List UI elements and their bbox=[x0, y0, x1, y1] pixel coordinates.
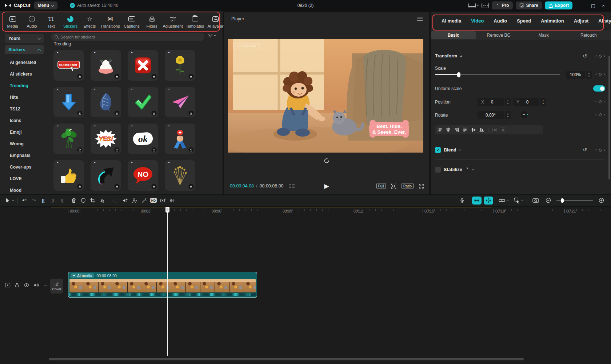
download-icon[interactable] bbox=[151, 74, 157, 79]
search-input[interactable] bbox=[60, 35, 201, 39]
auto-snap-toggle[interactable] bbox=[484, 197, 493, 205]
sidebar-item-0[interactable]: AI generated bbox=[0, 57, 48, 68]
download-icon[interactable] bbox=[188, 184, 194, 189]
mirror-button[interactable] bbox=[97, 196, 107, 205]
rotate-value-field[interactable]: 0.00° bbox=[478, 111, 504, 119]
rotate-keyframe-control[interactable]: ‹◇› bbox=[595, 112, 605, 117]
align-center-vertical-icon[interactable] bbox=[471, 127, 476, 133]
align-center-horizontal-icon[interactable] bbox=[446, 127, 451, 133]
tab-media[interactable]: ▶Media bbox=[4, 12, 21, 28]
delete-left-button[interactable]: ]I bbox=[48, 196, 57, 205]
sticker-thumbs-up[interactable] bbox=[53, 160, 84, 191]
sidebar-item-1[interactable]: AI stickers bbox=[0, 68, 48, 80]
preview-zoom-button[interactable] bbox=[531, 196, 540, 205]
redo-button[interactable]: ↷ bbox=[29, 196, 39, 205]
eye-icon[interactable] bbox=[24, 283, 29, 287]
sticker-green-plant[interactable] bbox=[53, 124, 84, 154]
sticker-search[interactable] bbox=[51, 33, 204, 41]
timeline-area[interactable]: 00:00 00:03 00:06 00:09 00:12 00:15 00:1… bbox=[0, 207, 611, 364]
sticker-red-x-button[interactable] bbox=[128, 50, 158, 81]
zoom-in-button[interactable] bbox=[596, 196, 606, 205]
magic-tools-button[interactable] bbox=[139, 196, 149, 205]
tab-audio[interactable]: ♪Audio bbox=[23, 12, 41, 28]
tab-ai-media[interactable]: AI media bbox=[442, 18, 461, 24]
scale-keyframe-control[interactable]: ‹◇› bbox=[595, 72, 605, 77]
tab-transitions[interactable]: ⋈Transitions bbox=[100, 12, 120, 28]
align-left-icon[interactable] bbox=[437, 127, 443, 133]
video-clip[interactable]: AI media 00:00:08:00 bbox=[68, 272, 257, 298]
tab-audio[interactable]: Audio bbox=[494, 18, 507, 24]
tab-adjustment[interactable]: Adjustment bbox=[162, 12, 183, 28]
download-icon[interactable] bbox=[114, 110, 120, 116]
reset-transform-icon[interactable]: ↺ bbox=[583, 53, 587, 59]
sidebar-item-2[interactable]: Trending bbox=[0, 80, 48, 92]
sticker-green-checkmark[interactable] bbox=[128, 87, 158, 117]
timeline-ruler[interactable]: 00:00 00:03 00:06 00:09 00:12 00:15 00:1… bbox=[68, 208, 611, 214]
share-button[interactable]: Share bbox=[516, 1, 542, 9]
download-icon[interactable] bbox=[77, 184, 83, 189]
subtab-mask[interactable]: Mask bbox=[521, 31, 566, 40]
position-x-stepper[interactable]: ▲▼ bbox=[505, 98, 511, 106]
zoom-out-button[interactable] bbox=[543, 196, 553, 205]
lock-icon[interactable] bbox=[15, 283, 20, 288]
tab-effects[interactable]: ☆Effects bbox=[81, 12, 99, 28]
sidebar-item-7[interactable]: Wrong bbox=[0, 138, 48, 150]
position-x-field[interactable]: X0 bbox=[478, 98, 504, 106]
reset-blend-icon[interactable]: ↺ bbox=[583, 147, 587, 153]
sticker-ok-script[interactable]: ok bbox=[128, 124, 158, 154]
timeline-scrollbar[interactable] bbox=[49, 358, 524, 360]
crop-button[interactable] bbox=[88, 196, 97, 205]
sticker-blue-leaf[interactable] bbox=[91, 87, 121, 117]
transform-section-header[interactable]: Transform bbox=[435, 53, 463, 58]
tab-stickers[interactable]: Stickers bbox=[61, 12, 79, 28]
align-top-icon[interactable] bbox=[462, 127, 468, 133]
subtab-remove-bg[interactable]: Remove BG bbox=[476, 31, 522, 40]
sticker-blue-down-arrow[interactable] bbox=[53, 87, 84, 117]
uniform-scale-toggle[interactable] bbox=[593, 85, 605, 92]
stabilize-checkbox[interactable] bbox=[435, 167, 441, 173]
menu-button[interactable]: Menu bbox=[34, 1, 57, 9]
tab-adjust[interactable]: Adjust bbox=[574, 18, 588, 24]
play-button[interactable]: ▶ bbox=[324, 182, 329, 190]
tab-templates[interactable]: Templates bbox=[185, 12, 205, 28]
select-tool-button[interactable] bbox=[3, 196, 12, 205]
sticker-dried-flowers[interactable] bbox=[165, 160, 195, 191]
blend-section-header[interactable]: Blend bbox=[444, 147, 461, 153]
align-right-icon[interactable] bbox=[454, 127, 459, 133]
download-icon[interactable] bbox=[188, 147, 194, 153]
scale-stepper[interactable]: ▲▼ bbox=[586, 71, 592, 79]
sticker-no-bubble[interactable]: NO bbox=[128, 160, 158, 191]
download-icon[interactable] bbox=[151, 184, 157, 189]
playhead[interactable] bbox=[167, 207, 168, 356]
export-button[interactable]: Export bbox=[545, 1, 572, 9]
undo-button[interactable]: ↶ bbox=[20, 196, 29, 205]
minimize-button[interactable]: – bbox=[578, 1, 588, 10]
sidebar-item-4[interactable]: TS12 bbox=[0, 103, 48, 115]
scale-slider-knob[interactable] bbox=[457, 72, 460, 77]
tab-ai-stylize[interactable]: AI stylize bbox=[598, 18, 611, 24]
tab-filters[interactable]: Filters bbox=[143, 12, 161, 28]
download-icon[interactable] bbox=[151, 147, 157, 153]
close-button[interactable]: × bbox=[599, 1, 608, 10]
filter-button[interactable] bbox=[208, 33, 216, 38]
sticker-whipped-cream[interactable] bbox=[91, 50, 121, 81]
download-icon[interactable] bbox=[114, 74, 120, 79]
download-icon[interactable] bbox=[114, 147, 120, 153]
focus-zoom-icon[interactable] bbox=[391, 183, 396, 189]
sticker-yellow-rose[interactable] bbox=[165, 50, 195, 81]
split-button[interactable]: ][ bbox=[39, 196, 48, 205]
sidebar-item-9[interactable]: Cover-ups bbox=[0, 161, 48, 173]
sidebar-item-5[interactable]: Icons bbox=[0, 115, 48, 126]
ratio-button[interactable]: Ratio bbox=[402, 183, 414, 189]
mask-button[interactable] bbox=[79, 196, 88, 205]
ai-portrait-button[interactable] bbox=[130, 196, 139, 205]
tab-video[interactable]: Video bbox=[471, 18, 484, 24]
download-icon[interactable] bbox=[77, 110, 83, 116]
stickers-dropdown[interactable]: Stickers bbox=[5, 45, 44, 54]
sidebar-item-6[interactable]: Emoji bbox=[0, 126, 48, 138]
speaker-icon[interactable] bbox=[33, 283, 39, 288]
tab-animation[interactable]: Animation bbox=[541, 18, 564, 24]
download-icon[interactable] bbox=[151, 110, 157, 116]
inspector-scrollbar[interactable] bbox=[608, 56, 610, 179]
audio-waveform-button[interactable] bbox=[168, 196, 177, 205]
